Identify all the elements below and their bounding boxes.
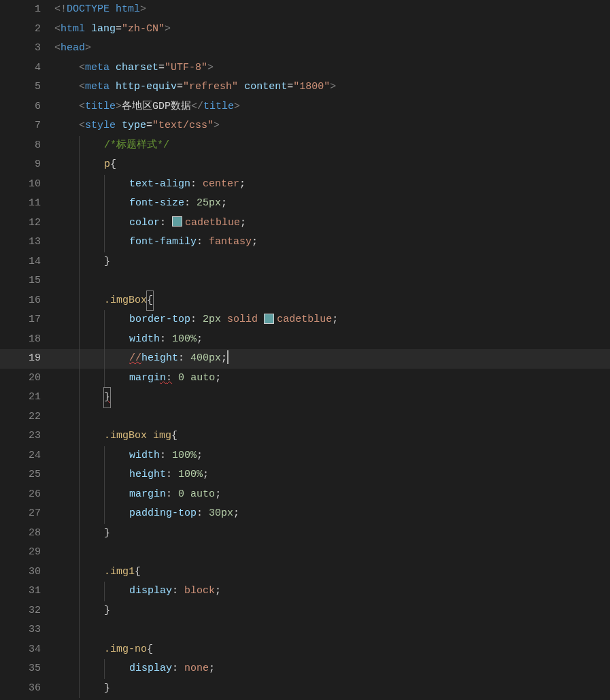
line-number: 28 [0, 524, 54, 544]
code-line[interactable]: 28 } [0, 524, 610, 544]
line-number: 1 [0, 0, 54, 20]
line-number: 5 [0, 78, 54, 97]
line-number: 22 [0, 407, 54, 427]
code-line[interactable]: 1<!DOCTYPE html> [0, 0, 610, 20]
code-line[interactable]: 9 p{ [0, 155, 610, 175]
line-number: 29 [0, 543, 54, 563]
line-number: 32 [0, 601, 54, 621]
line-number: 11 [0, 194, 54, 214]
line-number: 23 [0, 427, 54, 446]
line-number: 31 [0, 582, 54, 601]
code-line[interactable]: 30 .img1{ [0, 563, 610, 582]
code-line[interactable]: 34 .img-no{ [0, 640, 610, 660]
line-number: 36 [0, 679, 54, 699]
text-cursor [227, 350, 228, 364]
line-number: 16 [0, 291, 54, 311]
code-line[interactable]: 33 [0, 620, 610, 640]
line-number: 24 [0, 446, 54, 466]
line-number: 33 [0, 620, 54, 640]
line-number: 18 [0, 330, 54, 350]
code-line[interactable]: 29 [0, 543, 610, 563]
code-line[interactable]: 13 font-family: fantasy; [0, 233, 610, 252]
code-line[interactable]: 35 display: none; [0, 659, 610, 679]
line-number: 4 [0, 59, 54, 78]
code-line[interactable]: 3<head> [0, 39, 610, 59]
line-number: 34 [0, 640, 54, 660]
line-number: 14 [0, 252, 54, 272]
code-line[interactable]: 15 [0, 271, 610, 291]
line-number: 12 [0, 214, 54, 233]
code-line[interactable]: 21 } [0, 388, 610, 407]
line-number: 25 [0, 465, 54, 485]
code-line[interactable]: 20 margin: 0 auto; [0, 369, 610, 388]
line-number: 27 [0, 504, 54, 524]
line-number: 8 [0, 136, 54, 156]
line-number: 13 [0, 233, 54, 252]
line-number: 17 [0, 310, 54, 330]
line-number: 19 [0, 349, 54, 369]
code-line[interactable]: 5 <meta http-equiv="refresh" content="18… [0, 78, 610, 97]
line-number: 2 [0, 20, 54, 39]
code-line[interactable]: 17 border-top: 2px solid cadetblue; [0, 310, 610, 330]
line-number: 6 [0, 97, 54, 117]
line-number: 9 [0, 155, 54, 175]
code-line[interactable]: 12 color: cadetblue; [0, 214, 610, 233]
code-line[interactable]: 6 <title>各地区GDP数据</title> [0, 97, 610, 117]
line-number: 35 [0, 659, 54, 679]
line-number: 7 [0, 116, 54, 136]
color-swatch-icon [172, 216, 182, 227]
code-line[interactable]: 36 } [0, 679, 610, 699]
code-line[interactable]: 26 margin: 0 auto; [0, 485, 610, 505]
code-line[interactable]: 24 width: 100%; [0, 446, 610, 466]
code-line[interactable]: 27 padding-top: 30px; [0, 504, 610, 524]
code-line[interactable]: 14 } [0, 252, 610, 272]
code-line[interactable]: 22 [0, 407, 610, 427]
line-number: 26 [0, 485, 54, 505]
code-editor[interactable]: 1<!DOCTYPE html> 2<html lang="zh-CN"> 3<… [0, 0, 610, 700]
code-line[interactable]: 7 <style type="text/css"> [0, 116, 610, 136]
code-line[interactable]: 4 <meta charset="UTF-8"> [0, 59, 610, 78]
line-number: 30 [0, 563, 54, 582]
code-line[interactable]: 31 display: block; [0, 582, 610, 601]
line-number: 10 [0, 175, 54, 195]
line-number: 20 [0, 369, 54, 388]
code-line-current[interactable]: 19 //height: 400px; [0, 349, 610, 369]
line-number: 3 [0, 39, 54, 59]
code-line[interactable]: 16 .imgBox{ [0, 291, 610, 311]
line-number: 21 [0, 388, 54, 407]
code-line[interactable]: 2<html lang="zh-CN"> [0, 20, 610, 39]
code-line[interactable]: 23 .imgBox img{ [0, 427, 610, 446]
code-line[interactable]: 8 /*标题样式*/ [0, 136, 610, 156]
code-line[interactable]: 10 text-align: center; [0, 175, 610, 195]
line-number: 15 [0, 271, 54, 291]
code-line[interactable]: 25 height: 100%; [0, 465, 610, 485]
code-line[interactable]: 32 } [0, 601, 610, 621]
code-line[interactable]: 11 font-size: 25px; [0, 194, 610, 214]
color-swatch-icon [264, 314, 274, 324]
code-line[interactable]: 18 width: 100%; [0, 330, 610, 350]
